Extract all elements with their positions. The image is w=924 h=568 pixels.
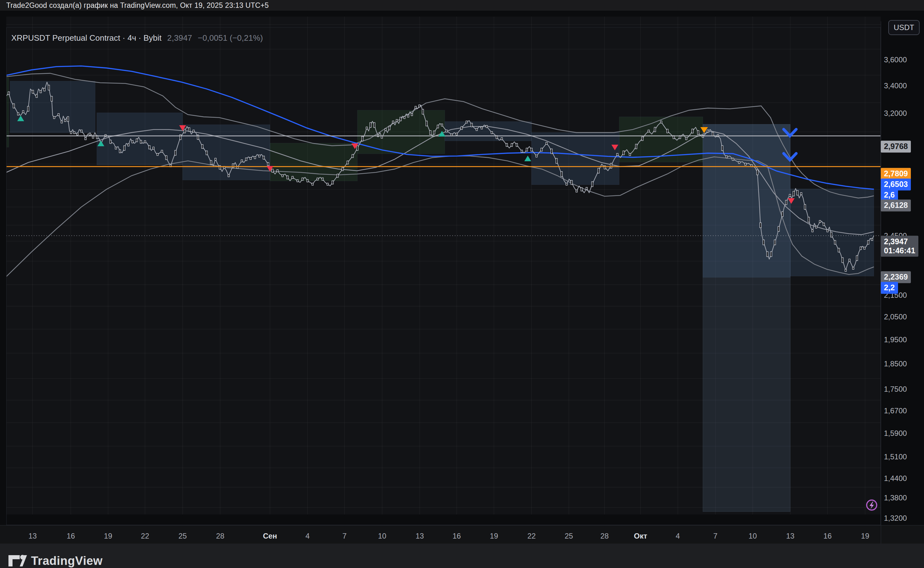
last-price-value: 2,3947 (884, 237, 915, 246)
price-tick-label: 3,6000 (884, 56, 907, 64)
chart-stage: XRPUSDT Perpetual Contract · 4ч · Bybit … (0, 11, 924, 568)
price-tick-label: 1,9500 (884, 335, 907, 344)
attribution-text: Trade2Good создал(а) график на TradingVi… (6, 1, 269, 10)
time-label-day: 13 (786, 532, 795, 541)
price-tick-label: 1,3200 (884, 514, 907, 523)
time-label-day: 13 (416, 532, 424, 541)
price-tick-label: 3,2000 (884, 109, 907, 118)
time-label-day: 19 (490, 532, 498, 541)
time-axis-separator (0, 525, 924, 526)
symbol-legend[interactable]: XRPUSDT Perpetual Contract · 4ч · Bybit … (11, 33, 263, 43)
price-level-label[interactable]: 2,6128 (881, 199, 911, 211)
bar-countdown: 01:46:41 (884, 246, 915, 255)
time-label-day: 10 (749, 532, 757, 541)
price-tick-label: 1,5100 (884, 452, 907, 461)
price-tick-label: 1,8500 (884, 360, 907, 368)
flash-publish-icon[interactable] (865, 498, 879, 512)
time-label-day: 22 (141, 532, 150, 541)
footer-strip (0, 544, 924, 568)
price-tick-label: 2,0500 (884, 313, 907, 321)
price-level-label[interactable]: 2,7809 (881, 168, 911, 180)
tradingview-logo[interactable]: TradingView (8, 553, 103, 568)
currency-toggle-button[interactable]: USDT (888, 20, 919, 35)
price-tick-label: 1,6700 (884, 406, 907, 415)
plot-frame (6, 27, 881, 525)
currency-label: USDT (894, 23, 914, 32)
time-label-day: 7 (713, 532, 717, 541)
time-label-day: 13 (29, 532, 37, 541)
symbol-title: XRPUSDT Perpetual Contract · 4ч · Bybit (11, 33, 162, 43)
time-axis[interactable] (0, 525, 924, 544)
attribution-bar: Trade2Good создал(а) график на TradingVi… (0, 0, 924, 11)
price-level-label[interactable]: 2,9768 (881, 140, 911, 153)
price-tick-label: 1,4400 (884, 474, 907, 483)
time-label-month: Окт (634, 532, 647, 541)
legend-change: −0,0051 (−0,21%) (198, 33, 263, 43)
price-tick-label: 1,5900 (884, 429, 907, 438)
time-label-day: 4 (305, 532, 310, 541)
legend-last-price: 2,3947 (167, 33, 192, 43)
price-tick-label: 1,7500 (884, 385, 907, 394)
last-price-label[interactable]: 2,394701:46:41 (881, 236, 918, 257)
time-label-day: 25 (178, 532, 187, 541)
price-tick-label: 1,3800 (884, 494, 907, 502)
time-label-day: 16 (452, 532, 461, 541)
time-label-day: 19 (104, 532, 112, 541)
price-level-label[interactable]: 2,6503 (881, 178, 911, 190)
time-label-day: 22 (528, 532, 536, 541)
price-tick-label: 3,4000 (884, 82, 907, 90)
time-label-day: 28 (216, 532, 225, 541)
tradingview-logo-text: TradingView (31, 554, 103, 568)
time-label-month: Сен (263, 532, 277, 541)
time-label-day: 4 (676, 532, 680, 541)
price-level-label[interactable]: 2,2 (881, 282, 898, 294)
time-label-day: 16 (823, 532, 832, 541)
time-label-day: 7 (342, 532, 346, 541)
time-label-day: 19 (861, 532, 870, 541)
time-label-day: 25 (565, 532, 573, 541)
price-level-label[interactable]: 2,2369 (881, 271, 911, 283)
time-label-day: 16 (67, 532, 75, 541)
time-label-day: 10 (378, 532, 387, 541)
time-label-day: 28 (600, 532, 609, 541)
tradingview-logo-icon (8, 553, 27, 568)
